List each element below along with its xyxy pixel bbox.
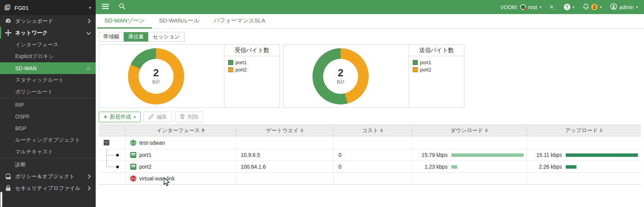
sdwan-zone-icon — [130, 140, 136, 146]
search-icon[interactable] — [119, 3, 125, 11]
sidebar-item-dashboard[interactable]: ダッシュボード — [0, 15, 96, 27]
favorite-star-icon[interactable]: ☆ — [86, 65, 91, 71]
legend-label: port1 — [235, 60, 247, 65]
subtab-sessions[interactable]: セッション — [148, 32, 184, 41]
sidebar-item-sd-wan[interactable]: SD-WAN☆ — [0, 62, 96, 74]
sidebar-item-security-profiles[interactable]: セキュリティプロファイル — [0, 182, 96, 194]
legend-item-port1[interactable]: port1 — [413, 60, 460, 65]
column-label: コスト — [362, 127, 378, 134]
table-row-test-sdwan[interactable]: −test-sdwan — [99, 136, 641, 149]
interface-cell: test-sdwan — [125, 136, 236, 149]
interface-name: virtual-wan-link — [139, 175, 175, 182]
sidebar-scrollbar[interactable] — [0, 192, 2, 207]
sort-icon[interactable] — [600, 128, 603, 133]
sort-icon[interactable] — [202, 128, 205, 133]
port-icon — [130, 152, 136, 158]
chart-panels: 2合計受信バイト数port1port22合計送信バイト数port1port2 — [99, 44, 641, 108]
interface-cell: port1 — [125, 149, 236, 161]
sidebar-item-network[interactable]: ネットワーク — [0, 27, 96, 39]
toolbar: + 新規作成 ▾ 編集 削除 — [99, 112, 641, 122]
device-name: FG01 — [14, 5, 29, 11]
table-row-port2[interactable]: port2100.64.1.601.23 kbps2.26 kbps — [99, 161, 641, 173]
subtab-volume[interactable]: 通信量 — [124, 32, 148, 41]
sort-desc-icon — [485, 131, 488, 133]
tab-performance-sla[interactable]: パフォーマンスSLA — [207, 14, 272, 28]
sdwan-members-table: インターフェースゲートウエイコストダウンロードアップロード −test-sdwa… — [99, 125, 641, 185]
tab-sdwan-zones[interactable]: SD-WANゾーン — [97, 14, 152, 28]
bell-icon — [583, 3, 589, 11]
chevron-right-icon — [88, 174, 91, 180]
upload-cell — [527, 173, 641, 184]
chart-legend: 受信バイト数port1port2 — [224, 45, 279, 107]
column-header-upload[interactable]: アップロード — [527, 125, 641, 136]
column-label: アップロード — [565, 127, 598, 134]
sidebar-item-diagnostics[interactable]: 診断 — [0, 159, 96, 171]
sidebar-item-label: ダッシュボード — [15, 18, 53, 25]
donut-chart[interactable]: 2合計 — [313, 48, 369, 104]
collapse-button[interactable]: − — [104, 140, 109, 145]
menu-toggle-icon[interactable] — [102, 4, 109, 11]
column-label: インターフェース — [156, 127, 200, 134]
subtab-bandwidth[interactable]: 帯域幅 — [99, 32, 124, 41]
upload-value: 15.11 kbps — [537, 152, 562, 158]
vdom-icon — [520, 4, 526, 10]
column-label: ダウンロード — [450, 127, 483, 134]
gateway-cell: 10.9.6.5 — [236, 149, 333, 161]
sidebar-item-explicit-proxy[interactable]: Explicitプロキシ — [0, 51, 96, 62]
cost-cell — [333, 173, 411, 184]
sidebar-item-routing-objects[interactable]: ルーティングオブジェクト — [0, 134, 96, 146]
donut-center: 2合計 — [139, 59, 174, 94]
sort-icon[interactable] — [380, 128, 383, 133]
sidebar-item-policy-routes[interactable]: ポリシールート — [0, 86, 96, 98]
help-menu[interactable]: ? ▾ — [564, 4, 575, 10]
column-header-cost[interactable]: コスト — [333, 125, 411, 136]
legend-label: port2 — [235, 67, 247, 73]
sidebar-item-interfaces[interactable]: インターフェース — [0, 39, 96, 51]
table-row-virtual-wan-link[interactable]: virtual-wan-link — [99, 173, 641, 185]
chart-legend: 送信バイト数port1port2 — [409, 45, 464, 107]
sort-icon[interactable] — [485, 128, 488, 133]
sidebar-item-label: SD-WAN — [15, 65, 36, 71]
admin-menu[interactable]: admin ▾ — [610, 3, 638, 11]
legend-swatch-icon — [413, 60, 418, 65]
create-button[interactable]: + 新規作成 ▾ — [99, 112, 140, 122]
notifications-menu[interactable]: 2 ▾ — [583, 3, 602, 11]
sidebar-item-static-routes[interactable]: スタティックルート — [0, 74, 96, 86]
sidebar-item-ospf[interactable]: OSPF — [0, 111, 96, 122]
sidebar-menu: ダッシュボードネットワークインターフェースExplicitプロキシSD-WAN☆… — [0, 15, 96, 194]
vdom-selector[interactable]: VDOM: root ▾ — [500, 4, 541, 10]
cli-console-icon[interactable]: >_ — [550, 4, 556, 10]
edit-button[interactable]: 編集 — [144, 112, 172, 122]
plus-icon: + — [104, 114, 107, 120]
sort-icon[interactable] — [300, 128, 303, 133]
sidebar-item-bgp[interactable]: BGP — [0, 122, 96, 134]
sidebar-item-rip[interactable]: RIP — [0, 99, 96, 111]
sidebar-item-multicast[interactable]: マルチキャスト — [0, 146, 96, 158]
download-cell — [412, 136, 527, 149]
device-selector[interactable]: FG01 ▾ — [0, 0, 96, 15]
sort-asc-icon — [380, 128, 383, 130]
trash-icon — [180, 114, 185, 120]
user-icon — [610, 3, 617, 11]
interface-name: port2 — [139, 164, 152, 170]
legend-item-port2[interactable]: port2 — [413, 67, 460, 73]
tab-sdwan-rules[interactable]: SD-WANルール — [152, 14, 207, 28]
sort-desc-icon — [202, 131, 205, 133]
legend-item-port2[interactable]: port2 — [228, 67, 276, 73]
legend-swatch-icon — [413, 67, 418, 72]
interface-cell: port2 — [125, 161, 236, 172]
column-header-download[interactable]: ダウンロード — [412, 125, 527, 136]
download-bar-track — [451, 165, 524, 169]
tree-connector — [106, 149, 119, 161]
legend-item-port1[interactable]: port1 — [228, 60, 276, 65]
create-button-label: 新規作成 — [110, 114, 131, 120]
sidebar-item-policy-objects[interactable]: ポリシー＆オブジェクト — [0, 171, 96, 182]
sidebar-item-label: ポリシールート — [15, 88, 53, 95]
sidebar-item-label: ポリシー＆オブジェクト — [15, 173, 75, 180]
upload-value: 2.26 kbps — [539, 164, 562, 170]
column-header-interface[interactable]: インターフェース — [125, 125, 236, 136]
donut-chart[interactable]: 2合計 — [128, 48, 184, 104]
column-header-gateway[interactable]: ゲートウエイ — [236, 125, 333, 136]
table-row-port1[interactable]: port110.9.6.5015.79 kbps15.11 kbps — [99, 149, 641, 161]
delete-button[interactable]: 削除 — [175, 112, 203, 122]
